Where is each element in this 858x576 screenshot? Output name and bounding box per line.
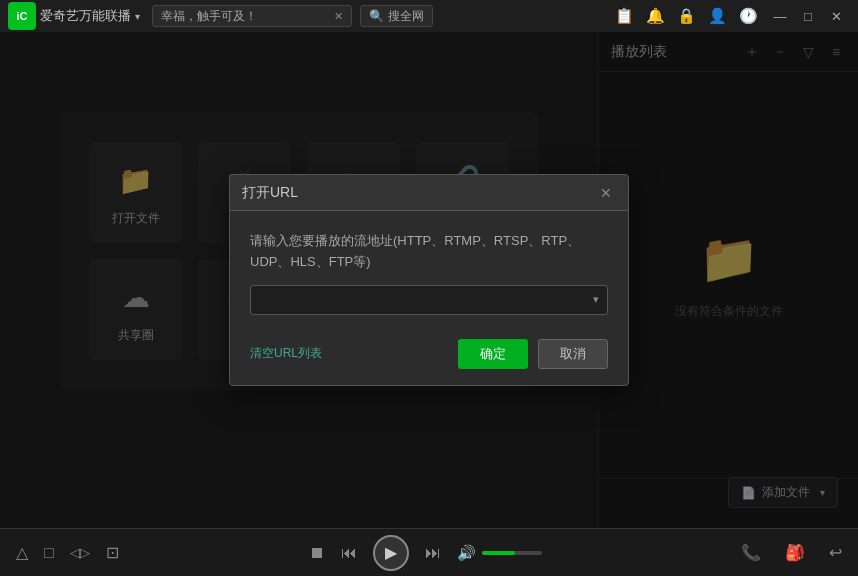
dialog-body: 请输入您要播放的流地址(HTTP、RTMP、RTSP、RTP、UDP、HLS、F…	[230, 211, 628, 331]
dialog-overlay: 打开URL ✕ 请输入您要播放的流地址(HTTP、RTMP、RTSP、RTP、U…	[0, 32, 858, 528]
subtitle-icon[interactable]: △	[16, 543, 28, 562]
title-bar: iC 爱奇艺万能联播 ▾ 幸福，触手可及！ ✕ 🔍 搜全网 📋 🔔 🔒 👤 🕐 …	[0, 0, 858, 32]
stop-button[interactable]: ⏹	[309, 544, 325, 562]
app-title: 爱奇艺万能联播	[40, 7, 131, 25]
minimize-button[interactable]: —	[766, 2, 794, 30]
cancel-button[interactable]: 取消	[538, 339, 608, 369]
maximize-button[interactable]: □	[794, 2, 822, 30]
back-icon[interactable]: ↩	[829, 543, 842, 562]
open-url-dialog: 打开URL ✕ 请输入您要播放的流地址(HTTP、RTMP、RTSP、RTP、U…	[229, 174, 629, 386]
dialog-close-button[interactable]: ✕	[596, 185, 616, 201]
search-bar-close[interactable]: ✕	[334, 10, 343, 23]
prev-button[interactable]: ⏮	[341, 544, 357, 562]
url-dropdown-arrow[interactable]: ▾	[593, 293, 599, 306]
app-logo: iC	[8, 2, 36, 30]
dialog-footer: 清空URL列表 确定 取消	[230, 331, 628, 385]
search-icon: 🔍	[369, 9, 384, 23]
title-controls: 📋 🔔 🔒 👤 🕐	[615, 7, 758, 25]
search-btn-label: 搜全网	[388, 8, 424, 25]
prev-next-icon[interactable]: ◁▷	[70, 545, 90, 560]
bottom-bar: △ □ ◁▷ ⊡ ⏹ ⏮ ▶ ⏭ 🔊 📞 🎒 ↩	[0, 528, 858, 576]
play-icon: ▶	[385, 543, 397, 562]
screenshot-icon[interactable]: □	[44, 544, 54, 562]
close-button[interactable]: ✕	[822, 2, 850, 30]
clock-icon[interactable]: 🕐	[739, 7, 758, 25]
volume-icon[interactable]: 🔊	[457, 544, 476, 562]
url-input[interactable]	[259, 292, 593, 307]
volume-fill	[482, 551, 515, 555]
title-chevron[interactable]: ▾	[135, 11, 140, 22]
search-button[interactable]: 🔍 搜全网	[360, 5, 433, 27]
center-controls: ⏹ ⏮ ▶ ⏭ 🔊	[135, 535, 717, 571]
clipboard-icon[interactable]: 📋	[615, 7, 634, 25]
bag-icon[interactable]: 🎒	[785, 543, 805, 562]
volume-area: 🔊	[457, 544, 542, 562]
clear-url-button[interactable]: 清空URL列表	[250, 345, 322, 362]
dialog-actions: 确定 取消	[458, 339, 608, 369]
window-controls: — □ ✕	[766, 2, 850, 30]
play-button[interactable]: ▶	[373, 535, 409, 571]
playlist-mini-icon[interactable]: ⊡	[106, 543, 119, 562]
confirm-button[interactable]: 确定	[458, 339, 528, 369]
dialog-description: 请输入您要播放的流地址(HTTP、RTMP、RTSP、RTP、UDP、HLS、F…	[250, 231, 608, 273]
search-bar-text: 幸福，触手可及！	[161, 8, 334, 25]
user-icon[interactable]: 👤	[708, 7, 727, 25]
dialog-title: 打开URL	[242, 184, 596, 202]
volume-bar[interactable]	[482, 551, 542, 555]
lock-icon[interactable]: 🔒	[677, 7, 696, 25]
next-button[interactable]: ⏭	[425, 544, 441, 562]
bell-icon[interactable]: 🔔	[646, 7, 665, 25]
url-input-wrap: ▾	[250, 285, 608, 315]
dialog-header: 打开URL ✕	[230, 175, 628, 211]
search-bar[interactable]: 幸福，触手可及！ ✕	[152, 5, 352, 27]
phone-icon[interactable]: 📞	[741, 543, 761, 562]
